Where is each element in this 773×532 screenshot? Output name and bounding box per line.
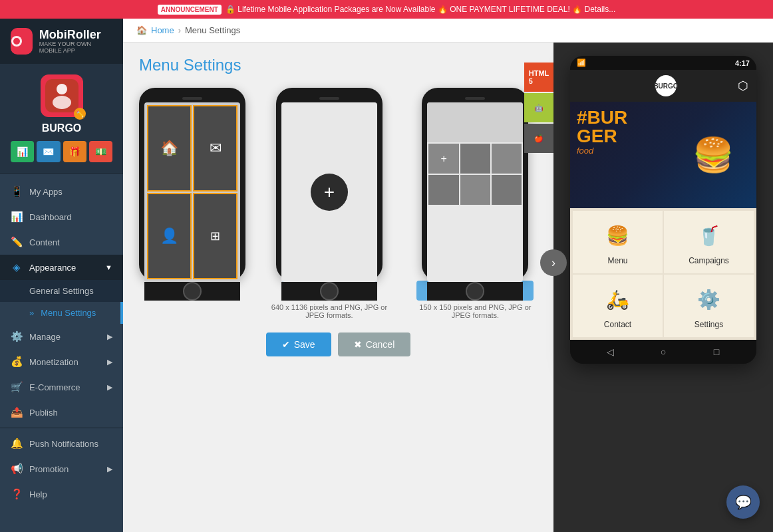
next-arrow-button[interactable]: › <box>540 249 567 276</box>
android-phone: 📶 4:17 BURGO ⬡ #BUR <box>570 56 756 364</box>
home-icon: 🏠 <box>136 25 147 35</box>
dollar-button[interactable]: 💵 <box>89 141 112 162</box>
manage-label: Manage <box>29 332 61 342</box>
logo-name: MobiRoller <box>39 29 112 41</box>
sidebar-item-dashboard[interactable]: 📊 Dashboard <box>0 204 123 229</box>
sidebar-item-promotion[interactable]: 📢 Promotion ▶ <box>0 456 123 481</box>
exit-icon: ⬡ <box>738 78 748 93</box>
sidebar-item-monetization[interactable]: 💰 Monetization ▶ <box>0 349 123 374</box>
app-name: BURGO <box>11 122 112 134</box>
sidebar-item-publish[interactable]: 📤 Publish <box>0 400 123 425</box>
phone-home-button-1 <box>183 282 202 301</box>
grid-item-3 <box>492 144 522 174</box>
menu-item-contact[interactable]: 🛵 Contact <box>573 275 663 337</box>
monetization-label: Monetization <box>29 357 78 367</box>
menu-item-campaigns[interactable]: 🥤 Campaigns <box>664 211 754 273</box>
sidebar-nav: 📱 My Apps 📊 Dashboard ✏️ Content ◈ Appea… <box>0 174 123 532</box>
main-content: Menu Settings 🏠 ✉ <box>123 43 773 532</box>
apps-icon: 📱 <box>11 186 23 198</box>
menu-item-label-campaigns: Campaigns <box>689 256 729 265</box>
phone-home-button-3 <box>466 282 484 301</box>
phone-plus-area: + <box>281 102 377 282</box>
dashboard-icon: 📊 <box>11 211 23 223</box>
my-apps-label: My Apps <box>29 187 63 197</box>
hero-content: #BUR GER food <box>577 108 627 156</box>
hero-banner: #BUR GER food 🍔 <box>570 102 756 208</box>
sidebar-item-manage[interactable]: ⚙️ Manage ▶ <box>0 324 123 349</box>
sidebar-item-content[interactable]: ✏️ Content <box>0 229 123 255</box>
phone-top-bar-1 <box>144 94 240 102</box>
sidebar: MobiRoller MAKE YOUR OWN MOBILE APP ✏️ B… <box>0 19 123 532</box>
monetization-chevron: ▶ <box>107 358 112 366</box>
grid-item-2 <box>460 144 490 174</box>
breadcrumb-home[interactable]: Home <box>151 25 174 35</box>
home-button[interactable]: ○ <box>657 345 670 358</box>
sidebar-item-appearance[interactable]: ◈ Appearance ▼ <box>0 255 123 280</box>
menu-item-icon-menu: 🍔 <box>601 219 635 252</box>
phone-preview-panel: HTML5 🤖 🍎 › 📶 <box>553 43 773 532</box>
app-menu-grid: 🍔 Menu 🥤 Campaigns 🛵 Contact <box>570 208 756 340</box>
menu-item-menu[interactable]: 🍔 Menu <box>573 211 663 273</box>
menu-item-icon-campaigns: 🥤 <box>693 219 726 252</box>
signal-icons: 📶 <box>577 59 586 67</box>
phone-screen-1: 🏠 ✉ 👤 ⊞ <box>144 102 240 282</box>
ios-tab[interactable]: 🍎 <box>524 124 553 153</box>
promotion-chevron: ▶ <box>107 465 112 473</box>
android-label: 🤖 <box>534 104 543 112</box>
grid-item-6 <box>492 175 522 205</box>
general-settings-label: General Settings <box>29 286 94 296</box>
sidebar-item-my-apps[interactable]: 📱 My Apps <box>0 179 123 204</box>
menu-type-group: 🏠 ✉ 👤 ⊞ 👥 <box>139 88 245 301</box>
publish-label: Publish <box>29 408 58 418</box>
announcement-text: 🔒 Lifetime Mobile Application Packages a… <box>226 5 615 14</box>
menu-bg-hint: 640 x 1136 pixels and PNG, JPG or JPEG f… <box>265 303 393 319</box>
breadcrumb-separator: › <box>178 25 181 35</box>
cancel-icon: ✖ <box>354 339 362 350</box>
content-icon: ✏️ <box>11 236 23 248</box>
hero-food: food <box>577 146 627 156</box>
gift-button[interactable]: 🎁 <box>63 141 86 162</box>
chat-button[interactable]: 💬 <box>726 485 760 519</box>
sidebar-item-menu-settings[interactable]: Menu Settings <box>0 302 123 324</box>
manage-chevron: ▶ <box>107 332 112 341</box>
html5-tab[interactable]: HTML5 <box>524 63 553 92</box>
menu-settings-label: Menu Settings <box>41 308 96 318</box>
phone-screen-3: + <box>427 102 523 282</box>
avatar-badge: ✏️ <box>74 108 86 120</box>
stats-button[interactable]: 📊 <box>11 141 34 162</box>
logo-icon <box>11 28 33 55</box>
save-icon: ✔ <box>282 339 290 350</box>
push-notifications-label: Push Notifications <box>29 439 98 449</box>
android-title-bar: BURGO ⬡ <box>570 70 756 102</box>
sidebar-item-general-settings[interactable]: General Settings <box>0 280 123 302</box>
appearance-label: Appearance <box>29 263 76 273</box>
cancel-button[interactable]: ✖ Cancel <box>338 332 411 356</box>
email-button[interactable]: ✉️ <box>37 141 60 162</box>
save-button[interactable]: ✔ Save <box>266 332 331 356</box>
menu-item-settings[interactable]: ⚙️ Settings <box>664 275 754 337</box>
recents-button[interactable]: □ <box>710 345 723 358</box>
menu-item-label-settings: Settings <box>695 320 723 329</box>
grid-item-1: + <box>428 144 458 174</box>
android-phone-container: 📶 4:17 BURGO ⬡ #BUR <box>553 43 773 377</box>
phone-screen-2: + <box>281 102 377 282</box>
phone-home-button-2 <box>320 282 339 301</box>
menu-cell-home: 🏠 <box>147 105 192 192</box>
announcement-badge: ANNOUNCEMENT <box>158 5 222 15</box>
sidebar-item-ecommerce[interactable]: 🛒 E-Commerce ▶ <box>0 374 123 400</box>
logo-tagline: MAKE YOUR OWN MOBILE APP <box>39 41 112 54</box>
publish-icon: 📤 <box>11 406 23 418</box>
menu-bg-group: + ☁ Menu background 640 x 1136 pixels an <box>265 88 393 319</box>
android-tab[interactable]: 🤖 <box>524 93 553 122</box>
android-nav-bar: ◁ ○ □ <box>570 340 756 364</box>
back-button[interactable]: ◁ <box>603 345 617 358</box>
phone-bottom-2 <box>281 282 377 301</box>
grid-item-5 <box>460 175 490 205</box>
sidebar-item-push-notifications[interactable]: 🔔 Push Notifications <box>0 431 123 456</box>
page-title: Menu Settings <box>139 56 538 74</box>
manage-icon: ⚙️ <box>11 331 23 342</box>
phone-speaker-1 <box>182 97 202 100</box>
sidebar-item-help[interactable]: ❓ Help <box>0 481 123 507</box>
hero-ger: GER <box>577 127 627 146</box>
phone-speaker-3 <box>465 97 485 100</box>
